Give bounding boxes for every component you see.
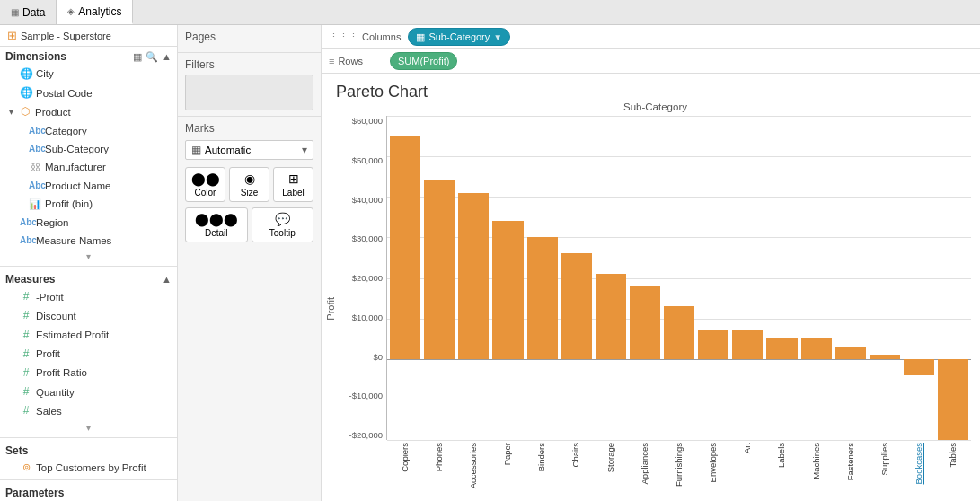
globe-icon-postal: 🌐 xyxy=(20,84,32,101)
scroll-down-dimensions[interactable]: ▾ xyxy=(0,250,177,263)
bar-col-phones xyxy=(423,116,455,440)
rows-label: ≡ Rows xyxy=(329,56,383,66)
scroll-down-measures[interactable]: ▾ xyxy=(0,421,177,435)
x-label-tables: Tables xyxy=(937,440,969,501)
bar-col-paper xyxy=(491,116,524,440)
dimensions-scroll-up[interactable]: ▲ xyxy=(162,51,172,62)
measures-header: Measures ▲ xyxy=(0,269,177,287)
bar-labels[interactable] xyxy=(766,338,797,359)
rows-pill[interactable]: SUM(Profit) xyxy=(390,52,457,70)
color-btn-label: Color xyxy=(195,188,216,198)
data-source[interactable]: ⊞ Sample - Superstore xyxy=(0,25,177,47)
dimensions-search-icon[interactable]: 🔍 xyxy=(146,51,158,63)
main-layout: ⊞ Sample - Superstore Dimensions ▦ 🔍 ▲ 🌐… xyxy=(0,25,980,501)
hash-icon-estprofit: # xyxy=(20,327,32,344)
bar-binders[interactable] xyxy=(527,237,558,358)
bar-chairs[interactable] xyxy=(561,253,592,358)
bar-phones[interactable] xyxy=(424,180,455,359)
bar-machines[interactable] xyxy=(801,338,832,359)
bar-art[interactable] xyxy=(732,330,763,359)
chain-icon-manufacturer: ⛓ xyxy=(29,160,41,176)
y-val-50k: $50,000 xyxy=(352,155,383,165)
sidebar-item-product-name[interactable]: Abc Product Name xyxy=(0,177,177,195)
bar-icon-profitbin: 📊 xyxy=(29,197,41,213)
sidebar-item-region[interactable]: Abc Region xyxy=(0,214,177,232)
hash-icon-discount: # xyxy=(20,307,32,324)
dim-region-label: Region xyxy=(36,215,68,231)
sidebar-item-est-profit[interactable]: # Estimated Profit xyxy=(0,326,177,345)
bar-col-furnishings xyxy=(663,116,695,440)
label-btn-label: Label xyxy=(282,188,304,198)
dim-category-label: Category xyxy=(45,123,87,139)
x-label-binders: Binders xyxy=(525,440,558,501)
dim-postal-label: Postal Code xyxy=(36,85,93,101)
dimensions-grid-icon[interactable]: ▦ xyxy=(133,51,142,63)
marks-detail-btn[interactable]: ⬤⬤⬤ Detail xyxy=(185,207,248,242)
bar-tables[interactable] xyxy=(938,359,968,440)
tab-data[interactable]: ▦ Data xyxy=(0,0,57,24)
center-panel: Pages Filters Marks ▦ Automatic ▾ ⬤⬤ Col… xyxy=(178,25,322,501)
marks-type-dropdown[interactable]: ▦ Automatic ▾ xyxy=(185,140,313,160)
set-icon-topcustomers: ⊚ xyxy=(20,460,32,476)
bar-col-labels xyxy=(765,116,798,440)
marks-tooltip-btn[interactable]: 💬 Tooltip xyxy=(252,207,314,242)
bar-col-envelopes xyxy=(697,116,729,440)
meas-estprofit-label: Estimated Profit xyxy=(36,327,109,343)
sidebar-item-city[interactable]: 🌐 City xyxy=(0,65,177,84)
dimensions-header: Dimensions ▦ 🔍 ▲ xyxy=(0,47,177,65)
x-label-appliances: Appliances xyxy=(628,440,660,501)
tab-analytics[interactable]: ◈ Analytics xyxy=(57,0,133,24)
x-label-bookcases: Bookcases xyxy=(903,440,935,501)
tab-bar: ▦ Data ◈ Analytics xyxy=(0,0,980,25)
sidebar-item-postal-code[interactable]: 🌐 Postal Code xyxy=(0,84,177,102)
columns-shelf: ⋮⋮⋮ Columns ▦ Sub-Category ▼ xyxy=(322,25,980,49)
marks-type-label: Automatic xyxy=(205,145,251,155)
sidebar-item-profit-ratio[interactable]: # Profit Ratio xyxy=(0,364,177,382)
sidebar-item-discount[interactable]: # Discount xyxy=(0,306,177,325)
size-btn-icon: ◉ xyxy=(244,171,255,186)
x-label-machines: Machines xyxy=(799,440,832,501)
bar-supplies[interactable] xyxy=(870,355,900,359)
marks-dropdown-arrow: ▾ xyxy=(302,144,307,156)
x-label-furnishings: Furnishings xyxy=(662,440,694,501)
sidebar-item-measure-names[interactable]: Abc Measure Names xyxy=(0,232,177,250)
sidebar-item-manufacturer[interactable]: ⛓ Manufacturer xyxy=(0,158,177,176)
bar-appliances[interactable] xyxy=(630,286,660,359)
sidebar-item-profit-bin[interactable]: 📊 Profit (bin) xyxy=(0,195,177,213)
sidebar-item-category[interactable]: Abc Category xyxy=(0,122,177,140)
bar-storage[interactable] xyxy=(596,274,626,359)
marks-label: Marks xyxy=(185,122,313,135)
filters-box[interactable] xyxy=(185,75,313,110)
measures-scroll-up[interactable]: ▲ xyxy=(162,274,172,285)
sidebar-item-product[interactable]: ▾ ⬡ Product xyxy=(0,102,177,121)
columns-pill-text: Sub-Category xyxy=(428,31,490,42)
sidebar-item-top-customers[interactable]: ⊚ Top Customers by Profit xyxy=(0,459,177,477)
bar-envelopes[interactable] xyxy=(698,330,728,359)
y-val-10k: $10,000 xyxy=(352,312,383,322)
marks-label-btn[interactable]: ⊞ Label xyxy=(273,167,313,202)
bar-bookcases[interactable] xyxy=(904,359,934,375)
sidebar-item-quantity[interactable]: # Quantity xyxy=(0,382,177,401)
sidebar-item-profit[interactable]: # Profit xyxy=(0,345,177,364)
chart-title: Pareto Chart xyxy=(336,83,966,101)
sidebar-item-sales[interactable]: # Sales xyxy=(0,401,177,420)
marks-size-btn[interactable]: ◉ Size xyxy=(229,167,269,202)
bar-col-supplies xyxy=(869,116,901,440)
hash-icon-profitratio: # xyxy=(20,365,32,382)
bar-copiers[interactable] xyxy=(390,136,420,359)
marks-color-btn[interactable]: ⬤⬤ Color xyxy=(185,167,225,202)
bar-accessories[interactable] xyxy=(458,193,489,359)
y-val-neg20k: -$20,000 xyxy=(349,430,383,440)
bar-paper[interactable] xyxy=(492,221,523,358)
columns-pill[interactable]: ▦ Sub-Category ▼ xyxy=(408,28,510,46)
bar-col-chairs xyxy=(561,116,593,440)
sidebar-item-neg-profit[interactable]: # -Profit xyxy=(0,287,177,306)
bar-furnishings[interactable] xyxy=(664,306,694,359)
sidebar-item-subcategory[interactable]: Abc Sub-Category xyxy=(0,140,177,158)
marks-buttons2: ⬤⬤⬤ Detail 💬 Tooltip xyxy=(185,207,313,242)
filters-label: Filters xyxy=(185,58,313,71)
bar-col-bookcases xyxy=(903,116,935,440)
bar-fasteners[interactable] xyxy=(835,347,866,359)
detail-btn-label: Detail xyxy=(205,228,228,238)
chart-panel: ⋮⋮⋮ Columns ▦ Sub-Category ▼ ≡ Rows SUM(… xyxy=(322,25,980,501)
